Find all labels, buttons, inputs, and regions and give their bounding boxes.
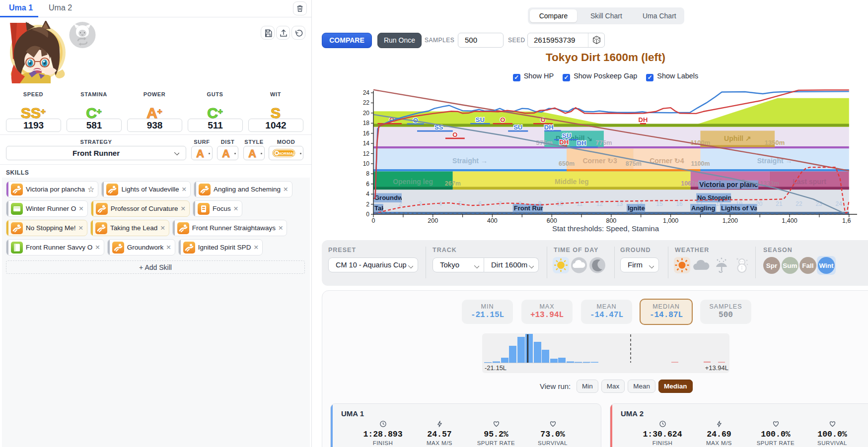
svg-text:14: 14: [363, 140, 370, 147]
svg-text:Sum: Sum: [783, 262, 797, 269]
svg-text:16: 16: [676, 200, 683, 207]
svg-text:Last spurt: Last spurt: [793, 178, 826, 186]
svg-text:Middle leg: Middle leg: [555, 178, 588, 186]
svg-text:15: 15: [656, 200, 663, 207]
svg-text:A: A: [248, 147, 256, 159]
svg-text:SU: SU: [476, 116, 485, 124]
svg-text:16: 16: [363, 130, 370, 137]
svg-text:Opening leg: Opening leg: [393, 178, 433, 186]
svg-text:267m: 267m: [445, 180, 461, 187]
svg-text:Uphill ↗: Uphill ↗: [724, 134, 751, 142]
svg-text:A: A: [196, 147, 204, 159]
svg-text:0: 0: [372, 217, 375, 224]
svg-text:DH: DH: [559, 138, 569, 146]
svg-text:Spr: Spr: [766, 262, 778, 269]
svg-text:22: 22: [796, 200, 802, 207]
svg-text:1350m: 1350m: [765, 139, 785, 146]
svg-text:6: 6: [366, 181, 369, 188]
svg-text:+13.94L: +13.94L: [705, 364, 728, 372]
svg-text:Corner ↻3: Corner ↻3: [582, 157, 617, 165]
svg-text:18: 18: [363, 120, 370, 127]
svg-text:1333m: 1333m: [760, 180, 779, 187]
svg-text:1,6: 1,6: [842, 217, 851, 224]
svg-text:1067m: 1067m: [681, 180, 700, 187]
svg-text:DH: DH: [577, 139, 586, 147]
svg-text:1,200: 1,200: [723, 217, 738, 224]
svg-text:2: 2: [366, 201, 369, 208]
svg-text:Straight →: Straight →: [757, 157, 793, 165]
svg-text:24: 24: [363, 89, 370, 96]
svg-text:DH: DH: [639, 116, 648, 124]
svg-text:21: 21: [776, 200, 783, 207]
svg-text:DH: DH: [544, 124, 554, 131]
svg-text:Fall: Fall: [802, 262, 813, 269]
svg-text:24: 24: [836, 200, 843, 207]
svg-text:Straight →: Straight →: [452, 157, 488, 165]
svg-text:-21.15L: -21.15L: [485, 364, 506, 372]
svg-text:800: 800: [606, 217, 616, 224]
svg-text:O: O: [500, 116, 505, 124]
svg-text:4: 4: [438, 200, 442, 207]
svg-text:1,000: 1,000: [663, 217, 678, 224]
svg-text:22: 22: [363, 99, 370, 106]
svg-text:SU: SU: [513, 124, 522, 131]
svg-text:0: 0: [366, 211, 369, 218]
svg-text:11: 11: [577, 200, 583, 207]
svg-text:1100m: 1100m: [691, 160, 710, 167]
svg-text:400: 400: [487, 217, 498, 224]
svg-text:O: O: [452, 131, 457, 138]
svg-text:600: 600: [547, 217, 557, 224]
svg-text:3: 3: [419, 200, 422, 207]
svg-text:10: 10: [363, 160, 370, 167]
svg-text:NORMAL: NORMAL: [278, 151, 295, 156]
svg-text:A: A: [222, 147, 230, 159]
svg-text:4: 4: [366, 191, 369, 197]
svg-text:6: 6: [478, 200, 482, 207]
svg-text:775m: 775m: [595, 139, 612, 146]
svg-text:8: 8: [366, 170, 369, 177]
svg-text:20: 20: [363, 110, 370, 117]
svg-text:1,400: 1,400: [782, 217, 797, 224]
svg-text:200: 200: [428, 217, 438, 224]
svg-text:12: 12: [363, 150, 370, 157]
svg-text:Wint: Wint: [819, 262, 834, 269]
svg-text:650m: 650m: [559, 160, 575, 167]
